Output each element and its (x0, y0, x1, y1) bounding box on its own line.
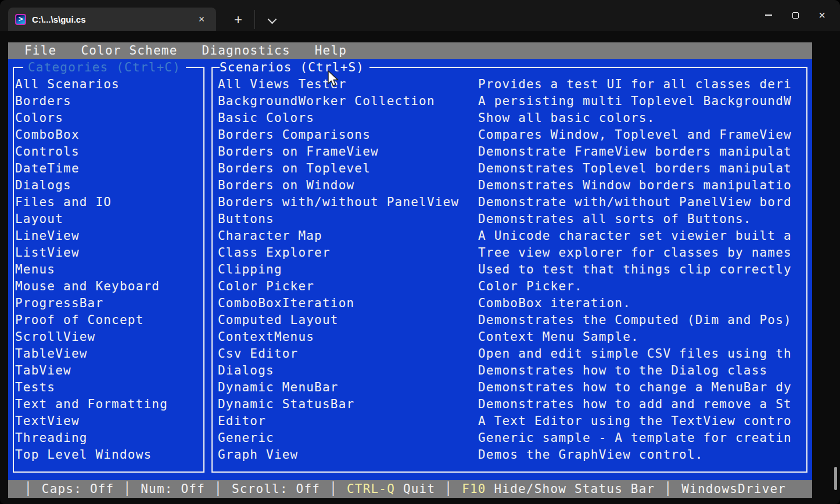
scenario-table-row[interactable]: All Views Tester Provides a test UI for … (213, 76, 806, 93)
category-list-item[interactable]: Top Level Windows (13, 447, 203, 463)
scenario-name: Borders Comparisons (218, 127, 478, 143)
menu-item[interactable]: Diagnostics (202, 42, 290, 59)
status-hotkey: CTRL-Q (347, 480, 403, 498)
scenario-name: Basic Colors (218, 110, 478, 127)
scenario-table-row[interactable]: Dynamic StatusBar Demonstrates how to ad… (213, 396, 806, 413)
scenario-name: Dynamic StatusBar (218, 396, 478, 413)
scenario-description: Demonstrate FrameView borders manipulat (478, 143, 806, 160)
categories-frame-border (186, 67, 204, 68)
menu-item[interactable]: File (24, 42, 56, 59)
status-bar-item[interactable]: │ CTRL-Q Quit (320, 480, 435, 498)
scenarios-frame-border (369, 67, 806, 68)
scenario-table-row[interactable]: Generic Generic sample - A template for … (213, 430, 806, 447)
category-list-item[interactable]: Mouse and Keyboard (13, 278, 203, 295)
category-list-item[interactable]: TextView (13, 413, 203, 430)
scenario-table-row[interactable]: Editor A Text Editor using the TextView … (213, 413, 806, 430)
category-list-item[interactable]: Files and IO (13, 194, 203, 211)
categories-list: All Scenarios Borders Colors ComboBox Co… (13, 76, 203, 463)
status-separator: │ (329, 480, 338, 498)
scenario-table-row[interactable]: Dynamic MenuBar Demonstrates how to chan… (213, 379, 806, 396)
scrollbar-thumb[interactable] (834, 467, 837, 490)
status-separator: │ (214, 480, 222, 498)
category-list-item[interactable]: ProgressBar (13, 295, 203, 312)
scenario-description: Tree view explorer for classes by names (478, 244, 806, 261)
category-list-item[interactable]: Tests (13, 379, 203, 396)
terminal-tab[interactable]: > C:\...\s\gui.cs × (8, 8, 216, 31)
category-list-item[interactable]: ScrollView (13, 329, 203, 345)
category-list-item[interactable]: Text and Formatting (13, 396, 203, 413)
category-list-item[interactable]: ListView (13, 244, 203, 261)
maximize-button[interactable] (782, 3, 809, 27)
categories-frame-title: Categories (Ctrl+C) (28, 59, 181, 76)
scenario-table-row[interactable]: Computed Layout Demonstrates the Compute… (213, 312, 806, 329)
category-list-item[interactable]: Menus (13, 261, 203, 278)
scenario-table-row[interactable]: BackgroundWorker Collection A persisting… (213, 93, 806, 110)
menu-item[interactable]: Help (315, 42, 347, 59)
status-bar-item[interactable]: │ F10 Hide/Show Status Bar (435, 480, 655, 498)
scenario-description: Context Menu Sample. (478, 329, 806, 345)
scenario-description: ComboBox iteration. (478, 295, 806, 312)
scenario-table-row[interactable]: Dialogs Demonstrates how to the Dialog c… (213, 362, 806, 379)
category-list-item[interactable]: Borders (13, 93, 203, 110)
status-label: Num: Off (141, 480, 205, 498)
scenario-table-row[interactable]: Class Explorer Tree view explorer for cl… (213, 244, 806, 261)
status-bar-item[interactable]: │ WindowsDriver (655, 480, 786, 498)
terminal-screen: Categories (Ctrl+C) Scenarios (Ctrl+S) A… (8, 59, 812, 480)
scenario-table-row[interactable]: ComboBoxIteration ComboBox iteration. (213, 295, 806, 312)
scenario-table-row[interactable]: Character Map A Unicode character set vi… (213, 228, 806, 244)
category-list-item[interactable]: Layout (13, 211, 203, 228)
scenario-name: Class Explorer (218, 244, 478, 261)
status-bar-item[interactable]: │ Num: Off (114, 480, 205, 498)
minimize-icon (765, 15, 772, 16)
scenario-table-row[interactable]: Borders with/without PanelView Demonstra… (213, 194, 806, 211)
scenario-name: Editor (218, 413, 478, 430)
scenario-table-row[interactable]: Borders on Window Demonstrates Window bo… (213, 177, 806, 194)
scenario-description: Demonstrates Toplevel borders manipulat (478, 160, 806, 177)
status-separator: │ (444, 480, 453, 498)
scenario-table-row[interactable]: Buttons Demonstrates all sorts of Button… (213, 211, 806, 228)
scenario-name: Computed Layout (218, 312, 478, 329)
scenario-description: Compares Window, Toplevel and FrameView (478, 127, 806, 143)
tab-title: C:\...\s\gui.cs (32, 15, 194, 24)
scenario-table-row[interactable]: Graph View Demos the GraphView control. (213, 447, 806, 463)
scenario-name: Borders on Toplevel (218, 160, 478, 177)
tab-dropdown-button[interactable] (261, 10, 282, 29)
scenario-description: Show all basic colors. (478, 110, 806, 127)
menu-bar: File Color Scheme Diagnostics Help (8, 42, 812, 59)
status-label: Caps: Off (42, 480, 114, 498)
category-list-item[interactable]: Threading (13, 430, 203, 447)
status-bar-item[interactable]: │ Scroll: Off (205, 480, 320, 498)
scenario-description: Demonstrates how to add and remove a St (478, 396, 806, 413)
category-list-item[interactable]: Dialogs (13, 177, 203, 194)
category-list-item[interactable]: Proof of Concept (13, 312, 203, 329)
category-list-item[interactable]: TableView (13, 345, 203, 362)
scenario-table-row[interactable]: Basic Colors Show all basic colors. (213, 110, 806, 127)
scenario-table-row[interactable]: Color Picker Color Picker. (213, 278, 806, 295)
scenario-table-row[interactable]: ContextMenus Context Menu Sample. (213, 329, 806, 345)
minimize-button[interactable] (755, 3, 782, 27)
scenario-name: ContextMenus (218, 329, 478, 345)
close-button[interactable]: × (809, 3, 835, 27)
category-list-item[interactable]: ComboBox (13, 127, 203, 143)
scenario-table-row[interactable]: Clipping Used to test that things clip c… (213, 261, 806, 278)
category-list-item[interactable]: DateTime (13, 160, 203, 177)
scenario-table-row[interactable]: Borders on Toplevel Demonstrates Topleve… (213, 160, 806, 177)
tab-close-icon[interactable]: × (194, 12, 209, 27)
menu-item[interactable]: Color Scheme (81, 42, 177, 59)
scenario-name: Borders with/without PanelView (218, 194, 478, 211)
scenario-description: Demonstrates how to the Dialog class (478, 362, 806, 379)
status-bar-item[interactable]: │ Caps: Off (15, 480, 114, 498)
category-list-item[interactable]: TabView (13, 362, 203, 379)
scenario-table-row[interactable]: Csv Editor Open and edit simple CSV file… (213, 345, 806, 362)
scenario-description: Demonstrates all sorts of Buttons. (478, 211, 806, 228)
status-label: Hide/Show Status Bar (494, 480, 655, 498)
category-list-item[interactable]: LineView (13, 228, 203, 244)
scenario-description: Demonstrate with/without PanelView bord (478, 194, 806, 211)
scenario-table-row[interactable]: Borders on FrameView Demonstrate FrameVi… (213, 143, 806, 160)
scenario-description: Generic sample - A template for creatin (478, 430, 806, 447)
new-tab-button[interactable]: + (228, 10, 249, 29)
category-list-item[interactable]: All Scenarios (13, 76, 203, 93)
category-list-item[interactable]: Controls (13, 143, 203, 160)
category-list-item[interactable]: Colors (13, 110, 203, 127)
scenario-table-row[interactable]: Borders Comparisons Compares Window, Top… (213, 127, 806, 143)
